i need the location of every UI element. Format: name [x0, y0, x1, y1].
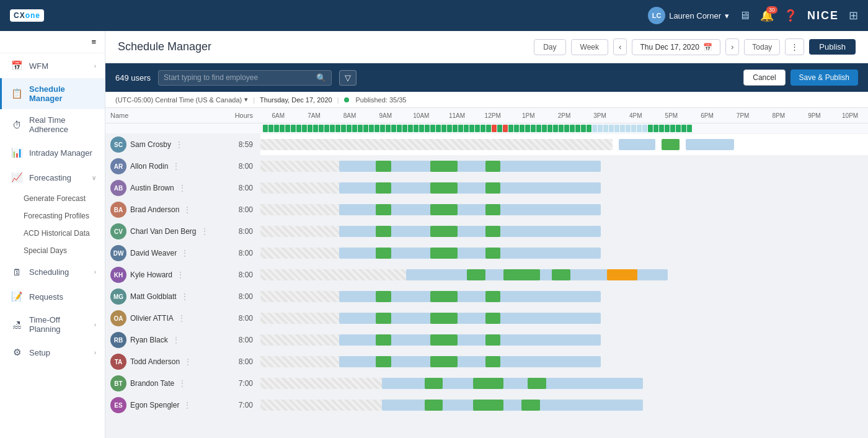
schedule-bar-cell[interactable]	[260, 373, 868, 395]
row-menu-icon[interactable]: ⋮	[172, 161, 180, 171]
forecast-indicator-row	[105, 123, 868, 134]
row-avatar: KH	[110, 267, 126, 283]
filter-button[interactable]: ▽	[339, 70, 356, 86]
schedule-bar-cell[interactable]	[260, 395, 868, 416]
week-view-button[interactable]: Week	[571, 39, 608, 55]
schedule-bar-cell[interactable]	[260, 156, 868, 177]
time-col-1pm: 1PM	[510, 108, 546, 123]
monitor-icon[interactable]: 🖥	[739, 9, 750, 22]
schedule-bar-cell[interactable]	[260, 134, 868, 156]
search-input[interactable]	[164, 73, 312, 82]
schedule-bar-cell[interactable]	[260, 221, 868, 243]
more-options-button[interactable]: ⋮	[785, 38, 804, 55]
table-row: DW David Weaver ⋮ 8:00	[105, 243, 868, 264]
timezone-chevron: ▾	[244, 96, 248, 104]
sidebar-item-setup[interactable]: ⚙ Setup ›	[0, 340, 105, 365]
hours-cell: 8:00	[229, 177, 260, 199]
name-cell: BT Brandon Tate ⋮	[105, 373, 229, 395]
row-menu-icon[interactable]: ⋮	[180, 248, 189, 258]
sidebar-toggle[interactable]: ≡	[0, 31, 105, 53]
main-layout: ≡ 📅 WFM › 📋 Schedule Manager ⏱ Real Time…	[0, 31, 868, 438]
schedule-bar-cell[interactable]	[260, 177, 868, 199]
row-menu-icon[interactable]: ⋮	[176, 270, 185, 280]
row-menu-icon[interactable]: ⋮	[200, 226, 209, 236]
help-icon[interactable]: ❓	[784, 9, 797, 22]
cancel-button[interactable]: Cancel	[743, 69, 785, 86]
schedule-subheader: (UTC-05:00) Central Time (US & Canada) ▾…	[105, 92, 868, 108]
sidebar-label-real-time: Real Time Adherence	[29, 115, 96, 134]
user-menu[interactable]: LC Lauren Corner ▾	[648, 7, 729, 24]
row-menu-icon[interactable]: ⋮	[172, 335, 180, 345]
schedule-bar-cell[interactable]	[260, 308, 868, 329]
time-col-4pm: 4PM	[618, 108, 653, 123]
table-row: TA Todd Anderson ⋮ 8:00	[105, 351, 868, 373]
save-publish-button[interactable]: Save & Publish	[790, 69, 858, 86]
sidebar-item-generate-forecast[interactable]: Generate Forecast	[0, 190, 105, 207]
sidebar-item-time-off[interactable]: 🏖 Time-Off Planning ›	[0, 309, 105, 340]
table-row: CV Charl Van Den Berg ⋮ 8:00	[105, 221, 868, 243]
setup-chevron: ›	[94, 349, 96, 356]
prev-date-button[interactable]: ‹	[613, 38, 627, 55]
time-off-chevron: ›	[94, 321, 96, 328]
search-box[interactable]: 🔍	[158, 70, 332, 86]
hours-cell: 8:00	[229, 351, 260, 373]
day-view-button[interactable]: Day	[534, 39, 565, 55]
row-menu-icon[interactable]: ⋮	[178, 183, 187, 193]
sidebar-item-scheduling[interactable]: 🗓 Scheduling ›	[0, 259, 105, 284]
name-cell: ES Egon Spengler ⋮	[105, 395, 229, 416]
row-menu-icon[interactable]: ⋮	[183, 400, 192, 410]
row-menu-icon[interactable]: ⋮	[184, 357, 192, 367]
table-row: BA Brad Anderson ⋮ 8:00	[105, 199, 868, 221]
sidebar-item-acd-historical[interactable]: ACD Historical Data	[0, 225, 105, 242]
sidebar-item-wfm[interactable]: 📅 WFM ›	[0, 53, 105, 78]
sidebar-item-forecast-profiles[interactable]: Forecasting Profiles	[0, 207, 105, 225]
time-col-2pm: 2PM	[546, 108, 582, 123]
employee-name: Kyle Howard	[130, 270, 172, 279]
nice-logo: NICE	[807, 9, 839, 22]
schedule-bar-cell[interactable]	[260, 286, 868, 308]
schedule-bar-cell[interactable]	[260, 351, 868, 373]
chevron-icon: ›	[94, 63, 96, 69]
table-row: ES Egon Spengler ⋮ 7:00	[105, 395, 868, 416]
hours-cell: 8:00	[229, 329, 260, 351]
row-avatar: ES	[110, 397, 126, 413]
search-icon: 🔍	[316, 73, 326, 83]
publish-button[interactable]: Publish	[809, 39, 856, 55]
row-menu-icon[interactable]: ⋮	[183, 205, 192, 215]
sidebar-item-real-time[interactable]: ⏱ Real Time Adherence	[0, 109, 105, 140]
timezone-select[interactable]: (UTC-05:00) Central Time (US & Canada) ▾	[115, 96, 248, 104]
name-cell: RB Ryan Black ⋮	[105, 329, 229, 351]
sidebar-item-schedule-manager[interactable]: 📋 Schedule Manager	[0, 78, 105, 109]
next-date-button[interactable]: ›	[725, 38, 739, 55]
scheduling-icon: 🗓	[11, 266, 23, 278]
intraday-icon: 📊	[11, 146, 23, 159]
schedule-bar-cell[interactable]	[260, 199, 868, 221]
bell-icon[interactable]: 🔔 30	[760, 9, 774, 22]
sidebar-item-special-days[interactable]: Special Days	[0, 242, 105, 259]
name-cell: AB Austin Brown ⋮	[105, 177, 229, 199]
sidebar-item-forecasting[interactable]: 📈 Forecasting ∨	[0, 165, 105, 190]
schedule-table-wrapper[interactable]: Name Hours 6AM 7AM 8AM 9AM 10AM 11AM 12P…	[105, 108, 868, 438]
date-display: Thu Dec 17, 2020 📅	[632, 39, 720, 55]
row-menu-icon[interactable]: ⋮	[178, 378, 187, 388]
row-menu-icon[interactable]: ⋮	[175, 140, 184, 150]
sidebar-item-requests[interactable]: 📝 Requests	[0, 284, 105, 309]
today-button[interactable]: Today	[744, 39, 780, 55]
row-avatar: CV	[110, 223, 126, 239]
row-menu-icon[interactable]: ⋮	[177, 313, 186, 323]
employee-name: Austin Brown	[130, 184, 174, 192]
time-col-6pm: 6PM	[689, 108, 725, 123]
row-menu-icon[interactable]: ⋮	[180, 292, 189, 302]
header-controls: Day Week ‹ Thu Dec 17, 2020 📅 › Today ⋮ …	[534, 38, 856, 55]
schedule-bar-cell[interactable]	[260, 243, 868, 264]
schedule-bar-cell[interactable]	[260, 264, 868, 286]
grid-icon[interactable]: ⊞	[849, 9, 858, 22]
time-col-7pm: 7PM	[725, 108, 761, 123]
logo: CXone	[10, 9, 44, 22]
time-col-11am: 11AM	[439, 108, 475, 123]
setup-icon: ⚙	[11, 346, 23, 359]
sidebar-item-intraday[interactable]: 📊 Intraday Manager	[0, 140, 105, 165]
schedule-bar-cell[interactable]	[260, 329, 868, 351]
time-col-10am: 10AM	[404, 108, 440, 123]
sidebar: ≡ 📅 WFM › 📋 Schedule Manager ⏱ Real Time…	[0, 31, 105, 438]
